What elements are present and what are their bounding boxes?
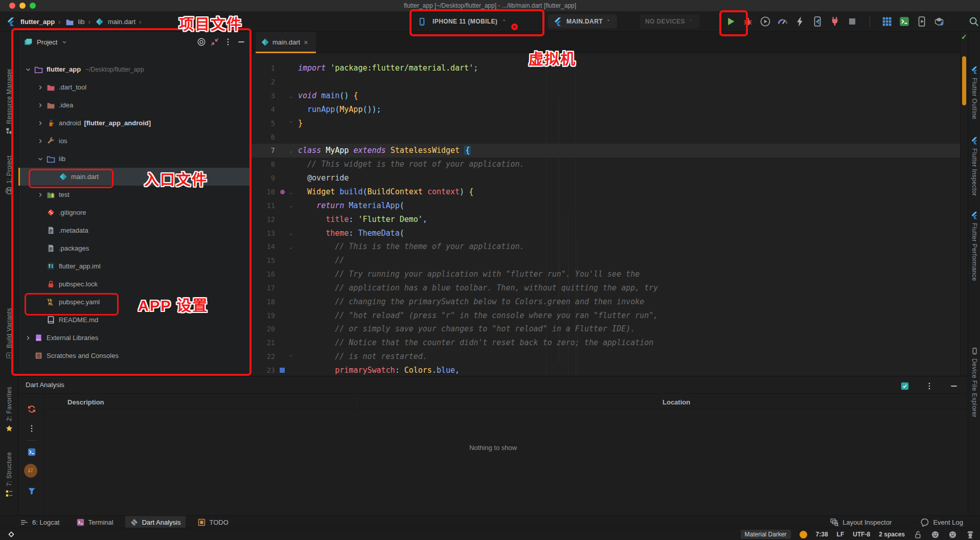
- tree-item--metadata[interactable]: .metadata: [18, 221, 252, 239]
- column-header-description[interactable]: Description: [67, 398, 104, 406]
- chevron-right-icon[interactable]: [35, 101, 46, 109]
- override-gutter-icon[interactable]: [278, 189, 286, 195]
- fold-marker-icon[interactable]: ⌃: [286, 120, 295, 126]
- hide-panel-icon[interactable]: [237, 37, 246, 47]
- breadcrumb-lib[interactable]: lib: [78, 18, 85, 26]
- tree-item-flutter-app[interactable]: flutter_app~/Desktop/flutter_app: [18, 60, 252, 78]
- indent-setting[interactable]: 2 spaces: [879, 531, 905, 538]
- target-device-selector[interactable]: NO DEVICES: [640, 14, 699, 29]
- tool-window-button-resource-manager[interactable]: Resource Manager: [0, 69, 18, 135]
- hide-panel-icon[interactable]: [947, 379, 961, 393]
- collapse-all-icon[interactable]: [210, 37, 219, 47]
- code-line-23[interactable]: 23 primarySwatch: Colors.blue,: [252, 364, 960, 376]
- terminal-button[interactable]: [899, 16, 910, 27]
- code-line-12[interactable]: 12 title: 'Flutter Demo',: [252, 212, 960, 226]
- bottom-tab-todo[interactable]: TODO: [193, 516, 233, 528]
- flutter-attach-button[interactable]: [812, 16, 823, 27]
- code-line-6[interactable]: 6: [252, 130, 960, 144]
- tree-item--gitignore[interactable]: .gitignore: [18, 204, 252, 221]
- code-line-11[interactable]: 11⌄ return MaterialApp(: [252, 198, 960, 212]
- theme-switcher[interactable]: Material Darker: [741, 530, 791, 539]
- tree-item-scratches-and-consoles[interactable]: Scratches and Consoles: [18, 347, 252, 365]
- search-everywhere-button[interactable]: [968, 16, 979, 27]
- code-line-18[interactable]: 18 // changing the primarySwatch below t…: [252, 295, 960, 308]
- code-line-13[interactable]: 13⌄ theme: ThemeData(: [252, 226, 960, 240]
- column-header-location[interactable]: Location: [663, 398, 690, 406]
- code-line-4[interactable]: 4 runApp(MyApp());: [252, 103, 960, 117]
- tool-window-button-device-file-explorer[interactable]: Device File Explorer: [968, 347, 980, 417]
- close-tab-icon[interactable]: ×: [304, 39, 308, 46]
- profiler-button[interactable]: [777, 16, 788, 27]
- analysis-options-icon[interactable]: [25, 422, 38, 435]
- tree-item-pubspec-lock[interactable]: pubspec.lock: [18, 275, 252, 293]
- run-config-selector[interactable]: MAIN.DART: [548, 14, 617, 29]
- tool-window-button-flutter-inspector[interactable]: Flutter Inspector: [968, 136, 980, 196]
- code-line-14[interactable]: 14⌄ // This is the theme of your applica…: [252, 240, 960, 254]
- tool-window-button-flutter-performance[interactable]: Flutter Performance: [968, 211, 980, 281]
- bottom-tab-6-logcat[interactable]: 6: Logcat: [15, 516, 64, 528]
- tree-item--idea[interactable]: .idea: [18, 96, 252, 114]
- tree-item-ios[interactable]: ios: [18, 132, 252, 150]
- code-line-21[interactable]: 21 // Notice that the counter didn't res…: [252, 336, 960, 350]
- chevron-right-icon[interactable]: [35, 191, 46, 199]
- group-by-severity-icon[interactable]: [24, 464, 37, 477]
- sad-feedback-icon[interactable]: [948, 530, 957, 539]
- chevron-right-icon[interactable]: [35, 119, 46, 127]
- tree-item-external-libraries[interactable]: External Libraries: [18, 329, 252, 347]
- tool-window-button-2-favorites[interactable]: 2: Favorites: [0, 387, 18, 433]
- options-menu-icon[interactable]: [923, 379, 936, 393]
- breadcrumb-project[interactable]: flutter_app: [20, 18, 55, 26]
- code-line-1[interactable]: 1import 'package:flutter/material.dart';: [252, 61, 960, 75]
- chevron-right-icon[interactable]: [35, 137, 46, 145]
- apply-changes-button[interactable]: [794, 16, 806, 27]
- chevron-down-icon[interactable]: [22, 65, 34, 74]
- restart-analysis-icon[interactable]: [25, 402, 38, 416]
- code-line-8[interactable]: 8 // This widget is the root of your app…: [252, 158, 960, 171]
- swatch-gutter-icon[interactable]: [278, 368, 286, 373]
- bottom-tab-layout-inspector[interactable]: Layout Inspector: [825, 516, 896, 528]
- code-view[interactable]: 1import 'package:flutter/material.dart';…: [252, 61, 960, 376]
- fold-marker-icon[interactable]: ⌄: [286, 244, 295, 250]
- tree-item-flutter-app-iml[interactable]: flutter_app.iml: [18, 257, 252, 275]
- analysis-feedback-icon[interactable]: [898, 379, 911, 393]
- tool-window-button-7-structure[interactable]: 7: Structure: [0, 452, 18, 498]
- device-selector[interactable]: IPHONE 11 (MOBILE): [416, 14, 508, 29]
- project-panel-title[interactable]: Project: [37, 38, 57, 46]
- file-encoding[interactable]: UTF-8: [853, 531, 870, 538]
- tree-item-test[interactable]: test: [18, 186, 252, 204]
- code-line-22[interactable]: 22⌃ // is not restarted.: [252, 350, 960, 364]
- incognito-profile-icon[interactable]: [966, 530, 975, 539]
- bottom-tab-event-log[interactable]: Event Log: [916, 516, 968, 528]
- fold-marker-icon[interactable]: ⌄: [286, 230, 295, 236]
- code-line-2[interactable]: 2: [252, 75, 960, 89]
- tree-item-lib[interactable]: lib: [18, 150, 252, 168]
- code-line-7[interactable]: 7⌄class MyApp extends StatelessWidget {: [252, 144, 960, 158]
- profile-run-button[interactable]: [760, 16, 771, 27]
- tree-item-main-dart[interactable]: main.dart: [18, 168, 252, 186]
- tree-item-android[interactable]: android[flutter_app_android]: [18, 114, 252, 132]
- editor-area[interactable]: main.dart × 1import 'package:flutter/mat…: [252, 32, 960, 376]
- code-line-5[interactable]: 5⌃}: [252, 116, 960, 130]
- chevron-right-icon[interactable]: [22, 334, 34, 342]
- scrollbar-thumb[interactable]: [962, 56, 966, 105]
- minimize-window-button[interactable]: [19, 3, 26, 9]
- code-line-17[interactable]: 17 // application has a blue toolbar. Th…: [252, 281, 960, 295]
- happy-feedback-icon[interactable]: [931, 530, 940, 539]
- chevron-right-icon[interactable]: [35, 83, 46, 92]
- zoom-window-button[interactable]: [30, 3, 36, 9]
- code-line-15[interactable]: 15 //: [252, 254, 960, 267]
- device-grid-button[interactable]: [881, 16, 893, 27]
- filter-icon[interactable]: [25, 484, 38, 498]
- fold-marker-icon[interactable]: ⌄: [286, 148, 295, 153]
- fold-marker-icon[interactable]: ⌄: [286, 93, 295, 99]
- tree-item--dart-tool[interactable]: .dart_tool: [18, 78, 252, 96]
- chevron-down-icon[interactable]: [35, 155, 46, 163]
- close-window-button[interactable]: [9, 3, 15, 9]
- line-separator[interactable]: LF: [837, 531, 845, 538]
- tree-item-pubspec-yaml[interactable]: YAMLpubspec.yaml: [18, 293, 252, 311]
- tool-window-button-build-variants[interactable]: Build Variants: [0, 308, 18, 359]
- bottom-tab-dart-analysis[interactable]: Dart Analysis: [125, 516, 186, 528]
- tree-item--packages[interactable]: .packages: [18, 239, 252, 257]
- chevron-down-icon[interactable]: [61, 39, 67, 45]
- tool-window-button-flutter-outline[interactable]: Flutter Outline: [968, 65, 980, 119]
